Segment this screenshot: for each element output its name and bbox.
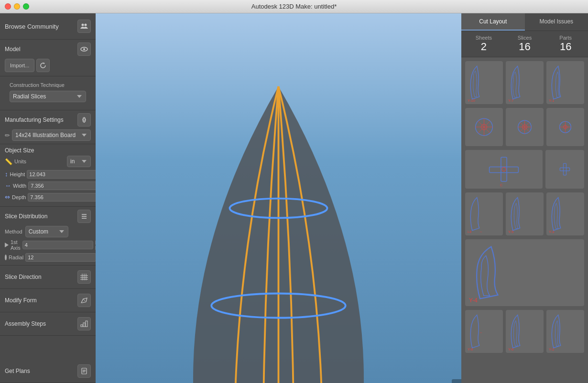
get-plans-section[interactable]: Get Plans [0,360,96,383]
cut-piece-11[interactable]: Y-3 [546,192,584,235]
settings-gear-icon-btn[interactable] [77,113,91,127]
sheets-stat: Sheets 2 [463,35,504,53]
construction-technique-section: Construction Technique Radial Slices [0,76,96,110]
cut-row-5: Y-4 [465,239,584,306]
axis-label: 1st Axis [11,239,21,251]
viewport[interactable]: › [96,13,461,383]
slice-direction-section[interactable]: Slice Direction [0,266,96,289]
construction-technique-dropdown[interactable]: Radial Slices [10,91,86,102]
modify-form-label: Modify Form [5,297,77,304]
window-controls[interactable] [5,3,29,10]
depth-row: ⇔ Depth ▲ ▼ [5,192,91,202]
object-size-label: Object Size [5,147,91,154]
cut-piece-3[interactable]: Y-1 [546,61,584,104]
cut-piece-10[interactable]: Y-5 [506,192,544,235]
cut-row-3: C [465,150,584,189]
pencil-icon: ✏ [5,132,10,139]
viewport-expand-arrow[interactable]: › [452,379,461,383]
model-eye-icon-btn[interactable] [77,43,91,56]
sheets-label: Sheets [463,35,504,41]
sheets-value: 2 [463,41,504,53]
cut-piece-5[interactable] [506,108,544,146]
height-icon: ↕ [5,170,8,178]
cut-layout-content: Y-10 Y-7 Y-1 [461,57,588,383]
board-dropdown[interactable]: 14x24 Illustration Board [12,129,91,141]
axis-input[interactable] [22,241,93,249]
method-row: Method Custom Uniform [5,226,91,237]
minimize-button[interactable] [14,3,20,10]
width-row: ↔ Width ▲ ▼ [5,181,91,191]
board-row: ✏ 14x24 Illustration Board [5,129,91,141]
get-plans-label: Get Plans [5,368,77,374]
main-area: Browse Community Model [0,13,588,383]
cut-row-1: Y-10 Y-7 Y-1 [465,61,584,104]
radial-row: Radial ▲ ▼ [5,252,91,262]
refresh-icon [40,62,46,69]
slice-distribution-icon-btn[interactable] [77,210,91,223]
height-row: ↕ Height ▲ ▼ [5,169,91,179]
depth-label: Depth [12,194,26,200]
manufacturing-settings-header: Manufacturing Settings [5,113,91,127]
method-dropdown[interactable]: Custom Uniform [25,226,68,237]
object-size-section: Object Size 📏 Units in cm mm ↕ Height ▲ … [0,144,96,207]
cut-piece-1[interactable]: Y-10 [465,61,503,104]
radial-label: Radial [9,255,23,260]
model-section: Model Import... [0,40,96,76]
browse-community-label: Browse Community [5,23,77,30]
modify-form-icon-btn[interactable] [77,294,91,307]
cut-piece-13[interactable]: Y-8 ↔ [465,310,503,353]
svg-text:↔: ↔ [479,230,483,234]
cut-piece-9[interactable]: I-4 ↔ [465,192,503,235]
cut-layout-tab[interactable]: Cut Layout [461,13,525,31]
svg-text:I-4: I-4 [468,230,471,234]
depth-input[interactable] [28,193,96,202]
units-dropdown[interactable]: in cm mm [67,156,91,167]
import-button[interactable]: Import... [5,59,34,72]
manufacturing-settings-label: Manufacturing Settings [5,117,77,123]
titlebar: Autodesk 123D Make: untitled* [0,0,588,13]
height-input[interactable] [27,170,96,179]
parts-value: 16 [545,41,586,53]
svg-point-0 [82,24,84,26]
construction-technique-dropdown-row: Radial Slices [5,89,91,106]
slice-distribution-section: Slice Distribution Method Custom Uniform [0,207,96,266]
right-stats: Sheets 2 Slices 16 Parts 16 [461,31,588,57]
cut-piece-6[interactable] [546,108,584,146]
right-tabs: Cut Layout Model Issues [461,13,588,31]
cut-piece-2[interactable]: Y-7 [506,61,544,104]
sidebar-item-browse-community[interactable]: Browse Community [0,13,96,40]
get-plans-icon-btn[interactable] [77,364,91,378]
slices-label: Slices [504,35,545,41]
model-issues-tab[interactable]: Model Issues [525,13,588,31]
browse-community-icon-btn[interactable] [77,20,91,33]
cut-piece-14[interactable]: Y-6 [506,310,544,353]
assembly-steps-section[interactable]: Assembly Steps [0,312,96,336]
slices-value: 16 [504,41,545,53]
cut-piece-12[interactable]: Y-4 [465,239,584,306]
modify-form-section[interactable]: Modify Form [0,289,96,312]
maximize-button[interactable] [23,3,29,10]
cut-piece-4[interactable] [465,108,503,146]
cut-piece-7[interactable]: C [465,150,543,189]
modify-icon [80,297,88,304]
cut-piece-15[interactable]: Y-2 [546,310,584,353]
slice-direction-icon-btn[interactable] [77,270,91,284]
units-label: Units [14,159,65,164]
manufacturing-settings-section: Manufacturing Settings ✏ 14x24 Illustrat… [0,110,96,144]
svg-rect-72 [560,168,569,170]
cut-piece-8[interactable] [545,150,584,189]
refresh-icon-btn[interactable] [36,59,50,72]
parts-stat: Parts 16 [545,35,586,53]
radial-input[interactable] [25,253,96,262]
close-button[interactable] [5,3,11,10]
slice-distribution-header: Slice Distribution [5,210,91,223]
svg-text:Y-4: Y-4 [469,297,478,304]
depth-icon: ⇔ [5,193,10,201]
svg-rect-15 [83,323,85,327]
object-size-header: Object Size [5,147,91,154]
width-input[interactable] [28,181,96,190]
svg-rect-16 [86,321,87,327]
steps-icon [80,320,88,327]
viewport-content[interactable]: › [96,13,461,383]
assembly-steps-icon-btn[interactable] [77,317,91,330]
